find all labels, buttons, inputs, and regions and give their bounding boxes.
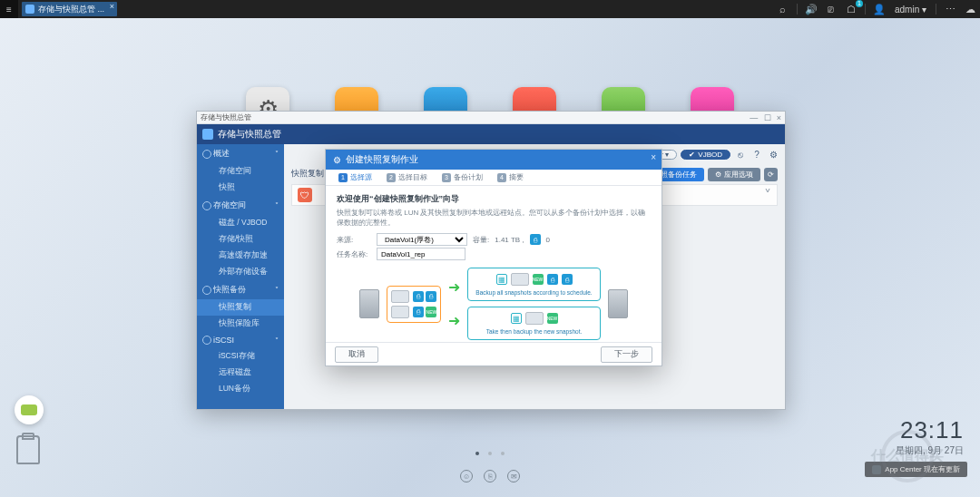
user-menu[interactable]: admin ▾ <box>895 5 926 15</box>
wizard-intro-title: 欢迎使用“创建快照复制作业”向导 <box>337 193 651 205</box>
calendar-icon: ▦ <box>511 313 522 324</box>
desktop-pager[interactable] <box>475 452 505 455</box>
shield-icon: 🛡 <box>298 188 312 202</box>
calendar-icon: ▦ <box>496 274 507 285</box>
user-icon[interactable]: 👤 <box>871 1 887 17</box>
sidebar-item-disk[interactable]: 磁盘 / VJBOD <box>197 215 284 231</box>
next-button[interactable]: 下一步 <box>601 346 652 363</box>
recycle-bin-icon[interactable] <box>16 435 40 464</box>
window-title: 存储与快照总管 <box>201 112 251 122</box>
wizard-step-summary[interactable]: 4摘要 <box>492 172 529 182</box>
sidebar-cat-storage[interactable]: 存储空间˅ <box>197 196 284 215</box>
options-button[interactable]: ⚙应用选项 <box>708 168 760 181</box>
sidebar-item-cache[interactable]: 高速缓存加速 <box>197 248 284 264</box>
sidebar-item-snap-copy[interactable]: 快照复制 <box>197 299 284 316</box>
sidebar-item-external[interactable]: 外部存储设备 <box>197 264 284 280</box>
gear-icon: ⚙ <box>333 155 341 165</box>
sidebar-item-storage-space[interactable]: 存储空间 <box>197 163 284 180</box>
sidebar-cat-overview[interactable]: 概述˅ <box>197 144 284 163</box>
sidebar-item-lun-backup[interactable]: LUN备份 <box>197 381 284 397</box>
more-icon[interactable]: ⋯ <box>942 1 958 17</box>
window-header-title: 存储与快照总管 <box>218 128 281 141</box>
window-maximize[interactable]: ☐ <box>764 113 771 122</box>
arrow-icon: ➜ <box>448 278 460 296</box>
wizard-title: 创建快照复制作业 <box>346 153 418 166</box>
share-link-icon[interactable]: ⎘ <box>484 470 496 482</box>
update-toast[interactable]: App Center 现在有更新 <box>865 462 967 477</box>
capacity-value: 1.41 TB , <box>495 236 524 244</box>
wizard-close-icon[interactable]: × <box>651 152 656 162</box>
nas-source-icon <box>359 289 379 318</box>
dest-immediate: ▦NEW Take then backup the new snapshot. <box>467 307 600 340</box>
breadcrumb: 快照复制 <box>291 168 324 180</box>
wizard-step-source[interactable]: 1选择源 <box>333 172 377 182</box>
external-icon[interactable]: ⎋ <box>734 148 747 161</box>
taskname-input[interactable] <box>377 248 466 260</box>
sidebar-cat-snapbackup[interactable]: 快照备份˅ <box>197 280 284 299</box>
devices-icon[interactable]: ⎚ <box>823 1 839 17</box>
create-snapshot-wizard: ⚙ 创建快照复制作业 × 1选择源 2选择目标 3备份计划 4摘要 欢迎使用“创… <box>325 149 662 366</box>
wizard-step-schedule[interactable]: 3备份计划 <box>436 172 488 182</box>
snapshot-count-icon: ⎙ <box>530 234 541 245</box>
capacity-label: 容量: <box>473 235 489 245</box>
share-smile-icon[interactable]: ☺ <box>460 470 473 482</box>
banner-expand-icon[interactable]: ˅ <box>764 187 771 204</box>
dashboard-icon[interactable]: ☁ <box>962 1 978 17</box>
sidebar-item-remote-disk[interactable]: 远程磁盘 <box>197 365 284 381</box>
sidebar-item-storage-snap[interactable]: 存储/快照 <box>197 231 284 248</box>
app-icon <box>202 129 213 140</box>
assistant-robot-icon[interactable] <box>15 395 44 424</box>
clock-date: 星期四, 9月 27日 <box>896 444 964 457</box>
sidebar-item-snapshot[interactable]: 快照 <box>197 180 284 196</box>
dest-scheduled: ▦NEW⎙⎙ Backup all snapshots according to… <box>467 268 600 301</box>
window-close[interactable]: × <box>777 113 781 122</box>
window-minimize[interactable]: — <box>750 113 758 122</box>
cancel-button[interactable]: 取消 <box>335 346 378 363</box>
snapshot-count: 0 <box>546 236 550 244</box>
share-bar: ☺ ⎘ ✉ <box>460 470 520 482</box>
nas-target-icon <box>608 289 628 318</box>
wizard-intro-desc: 快照复制可以将卷或 LUN 及其快照复制到本地或远程站点。您可以从多个备份计划中… <box>337 208 651 228</box>
refresh-icon[interactable]: ⟳ <box>764 168 778 181</box>
search-icon[interactable]: ⌕ <box>775 1 791 17</box>
sidebar-item-iscsi-storage[interactable]: iSCSI存储 <box>197 348 284 365</box>
taskbar-item[interactable]: 存储与快照总管 ... <box>22 2 117 16</box>
diagram-label-1: Backup all snapshots according to schedu… <box>475 289 592 296</box>
sidebar-item-snap-vault[interactable]: 快照保险库 <box>197 316 284 332</box>
source-select[interactable]: DataVol1(厚卷) <box>377 233 467 246</box>
clock-widget: 23:11 星期四, 9月 27日 <box>896 416 964 457</box>
notifications-icon[interactable]: ☖1 <box>843 1 859 17</box>
share-feedback-icon[interactable]: ✉ <box>507 470 520 482</box>
arrow-icon: ➜ <box>448 312 460 329</box>
diagram-label-2: Take then backup the new snapshot. <box>486 328 583 335</box>
source-volumes: ⎙⎙ ⎙NEW <box>387 286 441 323</box>
sidebar: 概述˅ 存储空间 快照 存储空间˅ 磁盘 / VJBOD 存储/快照 高速缓存加… <box>197 144 284 409</box>
source-label: 来源: <box>337 235 371 245</box>
help-icon[interactable]: ? <box>750 148 763 161</box>
volume-icon[interactable]: 🔊 <box>803 1 819 17</box>
vjbod-button[interactable]: ✔ VJBOD <box>681 150 730 160</box>
clock-time: 23:11 <box>896 416 964 444</box>
taskname-label: 任务名称: <box>337 249 371 259</box>
wizard-diagram: ⎙⎙ ⎙NEW ➜ ➜ ▦NEW⎙⎙ Backup all snapshots … <box>337 268 651 340</box>
settings-icon[interactable]: ⚙ <box>767 148 779 161</box>
wizard-step-target[interactable]: 2选择目标 <box>381 172 433 182</box>
main-menu-button[interactable]: ≡ <box>0 0 18 18</box>
sidebar-cat-iscsi[interactable]: iSCSI˅ <box>197 332 284 348</box>
